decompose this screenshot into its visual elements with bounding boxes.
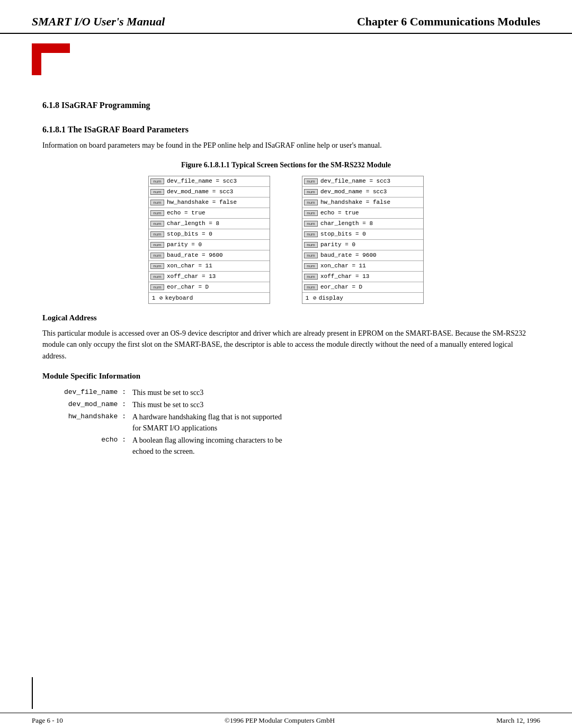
screen-value: dev_file_name = scc3	[319, 178, 390, 184]
logo-area	[0, 34, 572, 75]
screen-row: numparity = 0	[302, 240, 423, 250]
screen-row: numbaud_rate = 9600	[302, 250, 423, 261]
screen-row: numeor_char = D	[149, 282, 270, 293]
screen-value: char_length = 8	[319, 220, 373, 227]
screen-row: numdev_mod_name = scc3	[149, 187, 270, 197]
screen-value: echo = true	[166, 210, 205, 216]
screen-tag: num	[150, 200, 164, 205]
screen-tag: num	[304, 221, 318, 227]
module-info-table: dev_file_name :This must be set to scc3d…	[42, 387, 530, 457]
figure-caption: Figure 6.1.8.1.1 Typical Screen Sections…	[42, 161, 530, 169]
screen-tag: num	[304, 263, 318, 269]
footer-left: Page 6 - 10	[32, 716, 63, 725]
screen-value: dev_mod_name = scc3	[319, 188, 387, 195]
screen-last-row: 1⊘display	[302, 293, 423, 303]
screens-container: numdev_file_name = scc3numdev_mod_name =…	[42, 176, 530, 304]
screen-tag: num	[150, 253, 164, 258]
screen-tag: num	[304, 178, 318, 184]
screen-tag: num	[150, 210, 164, 216]
screen-value: stop_bits = 0	[319, 231, 366, 237]
logo-icon	[32, 43, 70, 75]
module-info-val-wrapper: This must be set to scc3	[132, 399, 530, 410]
module-info-heading: Module Specific Information	[42, 372, 530, 381]
screen-row: numparity = 0	[149, 240, 270, 250]
module-info-key: dev_mod_name :	[42, 399, 132, 410]
screen-row: numxon_char = 11	[302, 261, 423, 272]
page-header: SMART I/O User's Manual Chapter 6 Commun…	[0, 0, 572, 34]
module-info-val-indent: for SMART I/O applications	[132, 423, 530, 434]
bottom-decoration	[32, 677, 33, 709]
screen-value: baud_rate = 9600	[166, 252, 223, 258]
header-title-left: SMART I/O User's Manual	[32, 15, 165, 29]
screen-device-label: display	[318, 295, 343, 301]
screen-tag: num	[150, 189, 164, 195]
screen-value: stop_bits = 0	[166, 231, 212, 237]
module-info-val-wrapper: A boolean flag allowing incoming charact…	[132, 435, 530, 457]
screen-row: numchar_length = 8	[149, 219, 270, 229]
module-info-row: dev_mod_name :This must be set to scc3	[42, 399, 530, 410]
screen-row: numhw_handshake = false	[302, 197, 423, 208]
screen-tag: num	[150, 284, 164, 290]
module-info-val-wrapper: A hardware handshaking flag that is not …	[132, 411, 530, 434]
screen-value: parity = 0	[319, 241, 355, 248]
module-info-val-wrapper: This must be set to scc3	[132, 387, 530, 398]
page-footer: Page 6 - 10 ©1996 PEP Modular Computers …	[0, 713, 572, 728]
screen-row-number: 1	[149, 295, 158, 301]
screen-tag: num	[304, 210, 318, 216]
heading-6181: 6.1.8.1 The ISaGRAF Board Parameters	[42, 125, 530, 134]
module-info-key: hw_handshake :	[42, 411, 132, 422]
screen-tag: num	[304, 284, 318, 290]
module-info-key: dev_file_name :	[42, 387, 132, 398]
screen-row: numxon_char = 11	[149, 261, 270, 272]
screen-right: numdev_file_name = scc3numdev_mod_name =…	[302, 176, 424, 304]
module-info-row: echo :A boolean flag allowing incoming c…	[42, 435, 530, 457]
screen-tag: num	[150, 242, 164, 248]
screen-tag: num	[150, 231, 164, 237]
heading-618: 6.1.8 ISaGRAF Programming	[42, 101, 530, 110]
header-title-right: Chapter 6 Communications Modules	[357, 15, 540, 29]
screen-tag: num	[150, 221, 164, 227]
screen-tag: num	[150, 274, 164, 280]
module-info-val: This must be set to scc3	[132, 387, 530, 398]
screen-row: numdev_file_name = scc3	[149, 176, 270, 187]
logical-address-heading: Logical Address	[42, 313, 530, 322]
logical-address-text: This particular module is accessed over …	[42, 328, 530, 362]
screen-row: numstop_bits = 0	[149, 229, 270, 240]
screen-tag: num	[304, 189, 318, 195]
module-info-key: echo :	[42, 435, 132, 445]
screen-row: numstop_bits = 0	[302, 229, 423, 240]
screen-tag: num	[304, 242, 318, 248]
screen-value: parity = 0	[166, 241, 202, 248]
module-info-val: This must be set to scc3	[132, 399, 530, 410]
screen-left: numdev_file_name = scc3numdev_mod_name =…	[148, 176, 270, 304]
screen-row: numxoff_char = 13	[149, 272, 270, 282]
screen-row: numdev_file_name = scc3	[302, 176, 423, 187]
main-content: 6.1.8 ISaGRAF Programming 6.1.8.1 The IS…	[0, 75, 572, 473]
screen-row: numdev_mod_name = scc3	[302, 187, 423, 197]
screen-tag: num	[304, 253, 318, 258]
screen-value: xon_char = 11	[166, 263, 212, 269]
screen-value: hw_handshake = false	[166, 199, 237, 205]
module-info-val-indent: echoed to the screen.	[132, 446, 530, 457]
screen-tag: num	[304, 231, 318, 237]
screen-value: baud_rate = 9600	[319, 252, 377, 258]
screen-row: numbaud_rate = 9600	[149, 250, 270, 261]
screen-value: char_length = 8	[166, 220, 219, 227]
screen-device-icon: ⊘	[158, 294, 164, 301]
screen-last-row: 1⊘keyboard	[149, 293, 270, 303]
footer-center: ©1996 PEP Modular Computers GmbH	[225, 716, 335, 725]
module-info-row: dev_file_name :This must be set to scc3	[42, 387, 530, 398]
screen-row: numecho = true	[149, 208, 270, 219]
intro-text: Information on board parameters may be f…	[42, 140, 530, 151]
screen-row-number: 1	[302, 295, 312, 301]
screen-device-label: keyboard	[164, 295, 193, 301]
screen-value: eor_char = D	[319, 284, 362, 290]
screen-value: eor_char = D	[166, 284, 209, 290]
screen-row: numhw_handshake = false	[149, 197, 270, 208]
screen-row: numeor_char = D	[302, 282, 423, 293]
screen-row: numxoff_char = 13	[302, 272, 423, 282]
module-info-val: A hardware handshaking flag that is not …	[132, 411, 530, 423]
module-info-val: A boolean flag allowing incoming charact…	[132, 435, 530, 446]
screen-value: xoff_char = 13	[319, 273, 369, 280]
screen-value: xon_char = 11	[319, 263, 366, 269]
